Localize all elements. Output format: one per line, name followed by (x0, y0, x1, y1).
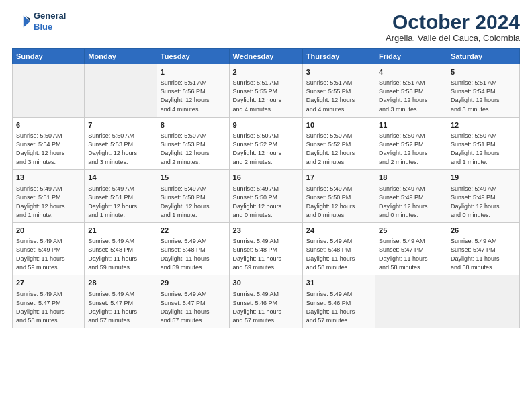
calendar-header-row: Sunday Monday Tuesday Wednesday Thursday… (13, 49, 520, 64)
day-number: 23 (233, 226, 299, 236)
day-number: 2 (233, 67, 299, 77)
table-row (85, 64, 157, 118)
table-row (447, 275, 519, 328)
table-row: 28Sunrise: 5:49 AM Sunset: 5:47 PM Dayli… (85, 275, 157, 328)
table-row: 31Sunrise: 5:49 AM Sunset: 5:46 PM Dayli… (302, 275, 375, 328)
table-row: 30Sunrise: 5:49 AM Sunset: 5:46 PM Dayli… (229, 275, 302, 328)
table-row: 3Sunrise: 5:51 AM Sunset: 5:55 PM Daylig… (302, 64, 375, 118)
day-number: 13 (16, 173, 81, 183)
day-info: Sunrise: 5:49 AM Sunset: 5:49 PM Dayligh… (16, 237, 81, 272)
day-number: 31 (306, 278, 371, 288)
day-number: 5 (451, 67, 516, 77)
col-tuesday: Tuesday (157, 49, 229, 64)
day-info: Sunrise: 5:51 AM Sunset: 5:55 PM Dayligh… (306, 79, 371, 113)
table-row: 4Sunrise: 5:51 AM Sunset: 5:55 PM Daylig… (375, 64, 447, 118)
day-info: Sunrise: 5:49 AM Sunset: 5:50 PM Dayligh… (233, 185, 299, 220)
table-row: 21Sunrise: 5:49 AM Sunset: 5:48 PM Dayli… (85, 222, 157, 275)
day-number: 25 (379, 226, 443, 236)
day-info: Sunrise: 5:50 AM Sunset: 5:52 PM Dayligh… (379, 132, 443, 167)
day-info: Sunrise: 5:49 AM Sunset: 5:50 PM Dayligh… (306, 185, 371, 220)
table-row: 15Sunrise: 5:49 AM Sunset: 5:50 PM Dayli… (157, 170, 229, 223)
day-info: Sunrise: 5:49 AM Sunset: 5:48 PM Dayligh… (306, 237, 371, 272)
day-number: 4 (379, 67, 443, 77)
table-row: 14Sunrise: 5:49 AM Sunset: 5:51 PM Dayli… (85, 170, 157, 223)
table-row: 19Sunrise: 5:49 AM Sunset: 5:49 PM Dayli… (447, 170, 519, 223)
day-info: Sunrise: 5:49 AM Sunset: 5:47 PM Dayligh… (451, 237, 516, 272)
day-info: Sunrise: 5:49 AM Sunset: 5:49 PM Dayligh… (451, 185, 516, 220)
col-wednesday: Wednesday (229, 49, 302, 64)
table-row: 20Sunrise: 5:49 AM Sunset: 5:49 PM Dayli… (13, 222, 85, 275)
table-row: 8Sunrise: 5:50 AM Sunset: 5:53 PM Daylig… (157, 117, 229, 170)
subtitle: Argelia, Valle del Cauca, Colombia (386, 33, 520, 43)
day-number: 28 (88, 278, 153, 288)
day-info: Sunrise: 5:49 AM Sunset: 5:46 PM Dayligh… (233, 290, 299, 325)
table-row (13, 64, 85, 118)
day-number: 30 (233, 278, 299, 288)
day-number: 19 (451, 173, 516, 183)
day-info: Sunrise: 5:51 AM Sunset: 5:54 PM Dayligh… (451, 79, 516, 113)
table-row: 9Sunrise: 5:50 AM Sunset: 5:52 PM Daylig… (229, 117, 302, 170)
page: General Blue October 2024 Argelia, Valle… (0, 0, 532, 411)
table-row (375, 275, 447, 328)
logo-icon (12, 12, 31, 31)
day-info: Sunrise: 5:49 AM Sunset: 5:48 PM Dayligh… (233, 237, 299, 272)
day-number: 6 (16, 120, 81, 130)
table-row: 23Sunrise: 5:49 AM Sunset: 5:48 PM Dayli… (229, 222, 302, 275)
day-number: 14 (88, 173, 153, 183)
col-monday: Monday (85, 49, 157, 64)
logo-text: General Blue (34, 11, 66, 32)
table-row: 17Sunrise: 5:49 AM Sunset: 5:50 PM Dayli… (302, 170, 375, 223)
day-info: Sunrise: 5:50 AM Sunset: 5:52 PM Dayligh… (233, 132, 299, 167)
month-title: October 2024 (386, 11, 520, 33)
day-info: Sunrise: 5:50 AM Sunset: 5:54 PM Dayligh… (16, 132, 81, 167)
day-number: 12 (451, 120, 516, 130)
day-number: 22 (161, 226, 226, 236)
day-number: 8 (161, 120, 226, 130)
table-row: 27Sunrise: 5:49 AM Sunset: 5:47 PM Dayli… (13, 275, 85, 328)
table-row: 25Sunrise: 5:49 AM Sunset: 5:47 PM Dayli… (375, 222, 447, 275)
day-number: 26 (451, 226, 516, 236)
table-row: 24Sunrise: 5:49 AM Sunset: 5:48 PM Dayli… (302, 222, 375, 275)
table-row: 12Sunrise: 5:50 AM Sunset: 5:51 PM Dayli… (447, 117, 519, 170)
day-number: 27 (16, 278, 81, 288)
day-info: Sunrise: 5:51 AM Sunset: 5:55 PM Dayligh… (233, 79, 299, 113)
table-row: 1Sunrise: 5:51 AM Sunset: 5:56 PM Daylig… (157, 64, 229, 118)
day-info: Sunrise: 5:49 AM Sunset: 5:51 PM Dayligh… (16, 185, 81, 220)
title-block: October 2024 Argelia, Valle del Cauca, C… (386, 11, 520, 43)
table-row: 7Sunrise: 5:50 AM Sunset: 5:53 PM Daylig… (85, 117, 157, 170)
col-friday: Friday (375, 49, 447, 64)
day-info: Sunrise: 5:49 AM Sunset: 5:49 PM Dayligh… (379, 185, 443, 220)
day-info: Sunrise: 5:49 AM Sunset: 5:47 PM Dayligh… (88, 290, 153, 325)
day-number: 10 (306, 120, 371, 130)
day-number: 15 (161, 173, 226, 183)
day-info: Sunrise: 5:50 AM Sunset: 5:52 PM Dayligh… (306, 132, 371, 167)
table-row: 16Sunrise: 5:49 AM Sunset: 5:50 PM Dayli… (229, 170, 302, 223)
day-info: Sunrise: 5:49 AM Sunset: 5:47 PM Dayligh… (161, 290, 226, 325)
day-number: 29 (161, 278, 226, 288)
table-row: 2Sunrise: 5:51 AM Sunset: 5:55 PM Daylig… (229, 64, 302, 118)
table-row: 6Sunrise: 5:50 AM Sunset: 5:54 PM Daylig… (13, 117, 85, 170)
day-info: Sunrise: 5:49 AM Sunset: 5:48 PM Dayligh… (88, 237, 153, 272)
table-row: 29Sunrise: 5:49 AM Sunset: 5:47 PM Dayli… (157, 275, 229, 328)
day-info: Sunrise: 5:50 AM Sunset: 5:53 PM Dayligh… (88, 132, 153, 167)
day-info: Sunrise: 5:50 AM Sunset: 5:51 PM Dayligh… (451, 132, 516, 167)
day-number: 9 (233, 120, 299, 130)
day-number: 17 (306, 173, 371, 183)
day-number: 20 (16, 226, 81, 236)
day-info: Sunrise: 5:51 AM Sunset: 5:55 PM Dayligh… (379, 79, 443, 113)
table-row: 11Sunrise: 5:50 AM Sunset: 5:52 PM Dayli… (375, 117, 447, 170)
col-saturday: Saturday (447, 49, 519, 64)
calendar: Sunday Monday Tuesday Wednesday Thursday… (12, 48, 520, 328)
day-info: Sunrise: 5:51 AM Sunset: 5:56 PM Dayligh… (161, 79, 226, 113)
logo: General Blue (12, 11, 66, 32)
day-number: 21 (88, 226, 153, 236)
day-number: 1 (161, 67, 226, 77)
table-row: 26Sunrise: 5:49 AM Sunset: 5:47 PM Dayli… (447, 222, 519, 275)
table-row: 10Sunrise: 5:50 AM Sunset: 5:52 PM Dayli… (302, 117, 375, 170)
table-row: 13Sunrise: 5:49 AM Sunset: 5:51 PM Dayli… (13, 170, 85, 223)
day-info: Sunrise: 5:49 AM Sunset: 5:47 PM Dayligh… (379, 237, 443, 272)
day-number: 7 (88, 120, 153, 130)
day-info: Sunrise: 5:50 AM Sunset: 5:53 PM Dayligh… (161, 132, 226, 167)
day-info: Sunrise: 5:49 AM Sunset: 5:47 PM Dayligh… (16, 290, 81, 325)
day-number: 3 (306, 67, 371, 77)
